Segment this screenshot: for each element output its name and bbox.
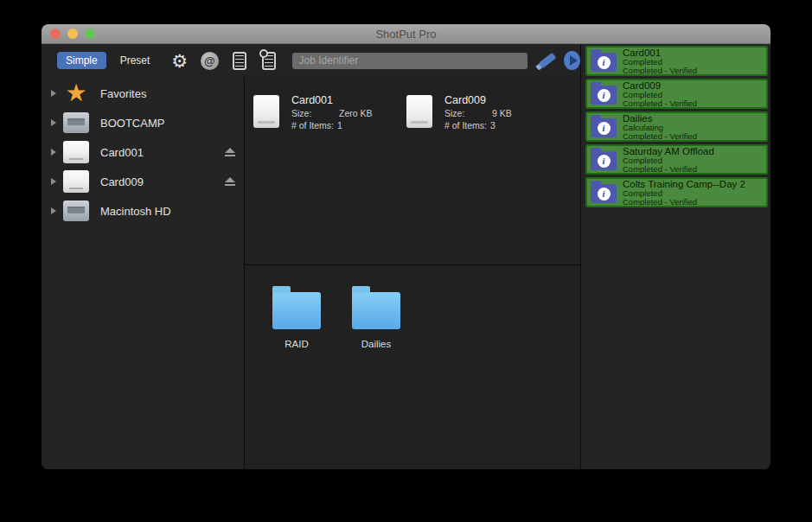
toolbar: Simple Preset ⚙ @: [42, 44, 580, 77]
sidebar-item-label: Macintosh HD: [100, 205, 224, 218]
job-info-folder-icon[interactable]: [591, 86, 617, 105]
job-info-folder-icon[interactable]: [591, 184, 617, 203]
drive-size-value: Zero KB: [339, 107, 373, 119]
job-verify-status: Completed - Verified: [623, 67, 697, 75]
sidebar-volume-list: Favorites BOOTCAMP: [42, 77, 245, 469]
app-window: ShotPut Pro Simple Preset ⚙ @: [42, 24, 770, 469]
sidebar-item[interactable]: Card001: [42, 137, 244, 167]
settings-button[interactable]: ⚙: [170, 50, 188, 71]
job-title: Card009: [623, 80, 697, 91]
history-list-icon: [262, 52, 276, 70]
job-identifier-input[interactable]: [292, 53, 528, 69]
left-main-area: Simple Preset ⚙ @ Favorites: [42, 44, 581, 469]
info-icon: [591, 151, 617, 170]
job-status: Completed: [623, 156, 714, 165]
drive-items-label: # of Items:: [291, 119, 334, 131]
sidebar-item[interactable]: Macintosh HD: [42, 196, 244, 226]
drive-icon: [406, 95, 432, 128]
job-verify-status: Completed - Verified: [623, 165, 714, 174]
sidebar-item-label: Favorites: [100, 87, 224, 100]
sidebar-item-icon: [62, 80, 90, 107]
gear-icon: ⚙: [171, 52, 188, 70]
middle-area: Card001 Size: Zero KB # of Items: 1: [245, 77, 580, 469]
drive-entry[interactable]: Card001 Size: Zero KB # of Items: 1: [253, 94, 406, 264]
disclosure-triangle-icon[interactable]: [51, 90, 56, 97]
job-status: Completed: [623, 189, 745, 198]
preset-mode-button[interactable]: Preset: [112, 52, 159, 69]
disclosure-triangle-icon[interactable]: [51, 178, 56, 185]
start-offload-button[interactable]: [564, 51, 580, 70]
notifications-button[interactable]: @: [201, 50, 219, 71]
job-status: Completed: [623, 58, 697, 67]
folder-name: Dailies: [361, 339, 392, 349]
drive-icon: [253, 95, 279, 128]
info-icon: [591, 118, 617, 137]
drive-items-value: 3: [490, 119, 496, 131]
edit-name-button[interactable]: [538, 50, 557, 71]
job-verify-status: Completed - Verified: [623, 198, 745, 207]
job-status-card[interactable]: Card009 Completed Completed - Verified: [585, 79, 768, 109]
job-status: Completed: [623, 91, 697, 99]
notes-list-icon: [233, 52, 246, 70]
sidebar-item[interactable]: BOOTCAMP: [42, 108, 244, 137]
job-info-folder-icon[interactable]: [591, 118, 617, 137]
drive-items-label: # of Items:: [444, 119, 487, 131]
drive-meta: Card009 Size: 9 KB # of Items: 3: [444, 94, 512, 264]
destination-folder[interactable]: Dailies: [336, 284, 416, 469]
job-status-card[interactable]: Card001 Completed Completed - Verified: [585, 46, 768, 76]
sidebar-item-label: Card001: [100, 146, 224, 159]
sidebar-item-label: Card009: [100, 175, 224, 188]
info-icon: [591, 86, 617, 105]
source-drives-pane: Card001 Size: Zero KB # of Items: 1: [245, 77, 580, 265]
drive-size-value: 9 KB: [492, 107, 512, 119]
window-content: Simple Preset ⚙ @ Favorites: [42, 44, 770, 469]
eject-icon[interactable]: [224, 177, 236, 187]
folder-name: RAID: [285, 339, 308, 349]
job-title: Dailies: [623, 113, 697, 124]
job-info-folder-icon[interactable]: [591, 53, 617, 72]
at-email-icon: @: [201, 52, 219, 70]
eject-icon[interactable]: [224, 148, 236, 157]
destination-folders-pane: RAID Dailies: [245, 265, 580, 469]
job-title: Card001: [623, 48, 697, 58]
sidebar-item-icon: [62, 138, 90, 166]
job-verify-status: Completed - Verified: [623, 132, 697, 141]
marker-pen-icon: [539, 53, 557, 69]
job-title: Saturday AM Offload: [623, 146, 714, 156]
folder-icon: [272, 292, 321, 329]
disclosure-triangle-icon[interactable]: [51, 149, 56, 156]
drive-size-label: Size:: [291, 107, 339, 119]
simple-mode-button[interactable]: Simple: [57, 52, 106, 69]
titlebar: ShotPut Pro: [42, 24, 770, 44]
info-icon: [591, 53, 617, 72]
job-status-card[interactable]: Colts Training Camp--Day 2 Completed Com…: [585, 177, 768, 207]
drive-name: Card001: [291, 94, 373, 107]
disclosure-triangle-icon[interactable]: [51, 207, 56, 214]
history-button[interactable]: [260, 50, 278, 71]
sidebar-item-icon: [62, 197, 90, 225]
info-icon: [591, 184, 617, 203]
job-status: Calculating: [623, 124, 697, 132]
drive-name: Card009: [444, 94, 512, 107]
sidebar-item-icon: [62, 168, 90, 195]
sidebar-item[interactable]: Card009: [42, 167, 244, 196]
drive-entry[interactable]: Card009 Size: 9 KB # of Items: 3: [406, 94, 559, 264]
sidebar-item-icon: [62, 109, 90, 137]
drive-meta: Card001 Size: Zero KB # of Items: 1: [291, 94, 373, 264]
job-status-card[interactable]: Saturday AM Offload Completed Completed …: [585, 144, 768, 175]
window-title: ShotPut Pro: [42, 28, 770, 41]
disclosure-triangle-icon[interactable]: [51, 119, 56, 126]
job-verify-status: Completed - Verified: [623, 99, 697, 108]
job-title: Colts Training Camp--Day 2: [623, 179, 745, 189]
sidebar-item[interactable]: Favorites: [42, 79, 244, 108]
drive-items-value: 1: [337, 119, 342, 131]
sidebar-item-label: BOOTCAMP: [100, 117, 224, 130]
destination-folder[interactable]: RAID: [257, 284, 336, 469]
notes-button[interactable]: [231, 50, 248, 71]
job-info-folder-icon[interactable]: [591, 151, 617, 170]
job-status-card[interactable]: Dailies Calculating Completed - Verified: [585, 111, 768, 142]
jobs-status-panel: Card001 Completed Completed - Verified C…: [581, 44, 770, 469]
folder-icon: [352, 292, 400, 329]
drive-size-label: Size:: [444, 107, 492, 119]
main-body: Favorites BOOTCAMP: [42, 77, 580, 469]
